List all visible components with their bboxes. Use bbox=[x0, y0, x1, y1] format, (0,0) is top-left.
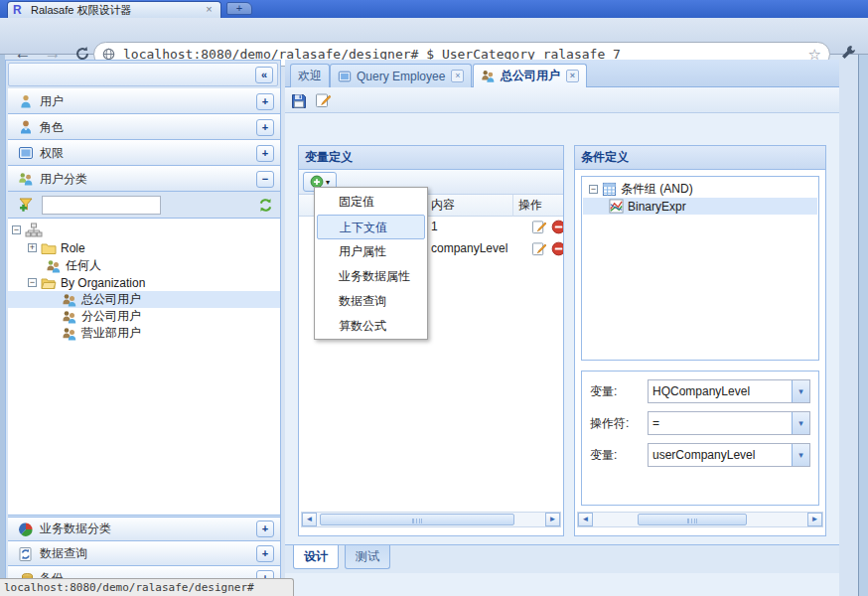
tab-close-icon[interactable]: × bbox=[451, 70, 464, 82]
right-variable-select[interactable]: userCompanyLevel ▾ bbox=[648, 443, 810, 467]
tree-node-label: Role bbox=[61, 241, 85, 255]
condition-tree: − 条件组 (AND) BinaryExpr bbox=[581, 176, 819, 361]
tree-node-branch-users[interactable]: 分公司用户 bbox=[8, 308, 280, 325]
add-role-button[interactable]: + bbox=[256, 119, 274, 136]
screen-icon bbox=[338, 70, 352, 83]
collapse-sidebar-button[interactable]: « bbox=[255, 67, 273, 83]
users-icon bbox=[46, 258, 62, 274]
collapse-user-category-button[interactable]: − bbox=[256, 171, 274, 188]
edit-row-icon[interactable] bbox=[531, 241, 546, 256]
field-label: 变量: bbox=[590, 447, 648, 464]
combo-arrow-icon[interactable]: ▾ bbox=[792, 412, 809, 434]
tree-node-hq-users[interactable]: 总公司用户 bbox=[8, 291, 280, 308]
scroll-right-icon[interactable]: ► bbox=[807, 513, 822, 526]
menu-item-arithmetic-formula[interactable]: 算数公式 bbox=[315, 314, 427, 339]
sidebar-item-data-query[interactable]: 数据查询 + bbox=[8, 541, 280, 566]
menu-item-fixed-value[interactable]: 固定值 bbox=[315, 190, 427, 215]
sidebar-item-label: 业务数据分类 bbox=[40, 521, 256, 537]
tree-node-anyone[interactable]: 任何人 bbox=[8, 257, 280, 274]
edit-row-icon[interactable] bbox=[531, 220, 546, 234]
new-tab-button[interactable]: + bbox=[226, 2, 252, 15]
tree-node-label: By Organization bbox=[61, 276, 145, 290]
tree-node-by-organization[interactable]: − By Organization bbox=[8, 274, 280, 291]
condition-group-node[interactable]: − 条件组 (AND) bbox=[583, 181, 817, 198]
tree-node-role[interactable]: + Role bbox=[8, 239, 280, 256]
column-header-content[interactable]: 内容 bbox=[431, 195, 455, 216]
main-region: 欢迎 Query Employee × 总公司用户 × 变量定义 bbox=[285, 60, 839, 596]
sidebar-item-label: 权限 bbox=[40, 145, 256, 162]
tab-close-icon[interactable]: × bbox=[203, 4, 216, 17]
tab-design[interactable]: 设计 bbox=[293, 545, 339, 569]
tab-welcome[interactable]: 欢迎 bbox=[290, 64, 330, 87]
menu-item-business-data-attribute[interactable]: 业务数据属性 bbox=[315, 264, 427, 289]
form-row-operator: 操作符: = ▾ bbox=[590, 411, 810, 435]
horizontal-scrollbar[interactable]: ◄ ► bbox=[301, 512, 561, 527]
users-icon bbox=[62, 309, 77, 325]
site-favicon: R bbox=[13, 3, 26, 17]
expand-data-query-button[interactable]: + bbox=[256, 545, 274, 562]
selected-value: HQCompanyLevel bbox=[649, 380, 792, 402]
wrench-icon[interactable] bbox=[839, 44, 857, 62]
tab-query-employee[interactable]: Query Employee × bbox=[330, 64, 472, 87]
sidebar-item-user-category[interactable]: 用户分类 − bbox=[8, 166, 280, 192]
sidebar-collapse-bar: « bbox=[8, 63, 278, 86]
delete-row-icon[interactable] bbox=[551, 241, 564, 256]
tree-node-label: BinaryExpr bbox=[628, 200, 686, 214]
column-header-operation[interactable]: 操作 bbox=[518, 195, 542, 216]
sidebar-item-users[interactable]: 用户 + bbox=[8, 88, 280, 114]
browser-tab[interactable]: R Ralasafe 权限设计器 × bbox=[7, 1, 221, 18]
folder-open-icon bbox=[41, 276, 57, 290]
bottom-tab-bar: 设计 测试 bbox=[285, 544, 839, 573]
left-variable-select[interactable]: HQCompanyLevel ▾ bbox=[648, 379, 810, 403]
collapse-expander-icon[interactable]: − bbox=[28, 278, 37, 287]
field-label: 操作符: bbox=[590, 415, 648, 432]
tree-node-label: 分公司用户 bbox=[81, 308, 141, 325]
tree-root-node[interactable]: − bbox=[8, 222, 280, 238]
tab-close-icon[interactable]: × bbox=[566, 70, 579, 82]
expand-expander-icon[interactable]: + bbox=[28, 243, 37, 252]
tab-hq-users[interactable]: 总公司用户 × bbox=[473, 64, 587, 87]
delete-row-icon[interactable] bbox=[551, 220, 564, 234]
collapse-expander-icon[interactable]: − bbox=[12, 225, 21, 234]
edit-icon[interactable] bbox=[315, 92, 331, 108]
horizontal-scrollbar[interactable]: ◄ ► bbox=[577, 512, 823, 527]
collapse-expander-icon[interactable]: − bbox=[589, 185, 598, 194]
category-filter-input[interactable] bbox=[42, 196, 161, 215]
browser-tab-title: Ralasafe 权限设计器 bbox=[31, 3, 203, 18]
sidebar-item-roles[interactable]: 角色 + bbox=[8, 114, 280, 140]
tab-label: Query Employee bbox=[357, 70, 445, 83]
sidebar: « 用户 + 角色 + 权限 + 用户分类 − bbox=[5, 60, 281, 596]
expand-business-data-button[interactable]: + bbox=[256, 521, 274, 537]
add-permission-button[interactable]: + bbox=[256, 145, 274, 162]
menu-item-user-attribute[interactable]: 用户属性 bbox=[315, 239, 427, 264]
combo-arrow-icon[interactable]: ▾ bbox=[792, 380, 809, 402]
scroll-left-icon[interactable]: ◄ bbox=[578, 513, 593, 526]
filter-funnel-icon[interactable] bbox=[18, 196, 36, 214]
permission-icon bbox=[18, 145, 34, 161]
binary-expr-node[interactable]: BinaryExpr bbox=[583, 198, 817, 215]
operator-select[interactable]: = ▾ bbox=[648, 411, 810, 435]
sidebar-item-business-data[interactable]: 业务数据分类 + bbox=[8, 517, 280, 541]
selected-value: = bbox=[649, 412, 792, 434]
cell-content: 1 bbox=[431, 217, 438, 237]
cell-content: companyLevel bbox=[431, 238, 507, 259]
scroll-left-icon[interactable]: ◄ bbox=[302, 513, 317, 526]
pie-icon bbox=[18, 522, 34, 537]
sidebar-item-permissions[interactable]: 权限 + bbox=[8, 140, 280, 166]
add-user-button[interactable]: + bbox=[256, 93, 274, 110]
menu-item-context-value[interactable]: 上下文值 bbox=[317, 215, 425, 239]
selected-value: userCompanyLevel bbox=[649, 444, 792, 466]
form-row-variable-left: 变量: HQCompanyLevel ▾ bbox=[590, 379, 810, 403]
sidebar-item-label: 角色 bbox=[40, 119, 256, 136]
combo-arrow-icon[interactable]: ▾ bbox=[792, 444, 809, 466]
save-icon[interactable] bbox=[291, 92, 307, 108]
scroll-right-icon[interactable]: ► bbox=[545, 513, 560, 526]
sidebar-item-label: 数据查询 bbox=[40, 545, 256, 562]
tree-node-sales-users[interactable]: 营业部用户 bbox=[8, 325, 280, 342]
refresh-icon[interactable] bbox=[257, 197, 274, 214]
tab-test[interactable]: 测试 bbox=[345, 545, 390, 569]
grid-icon bbox=[602, 182, 617, 197]
users-icon bbox=[62, 326, 77, 342]
menu-item-data-query[interactable]: 数据查询 bbox=[315, 289, 427, 314]
condition-definition-panel: 条件定义 − 条件组 (AND) BinaryExpr bbox=[574, 145, 826, 536]
